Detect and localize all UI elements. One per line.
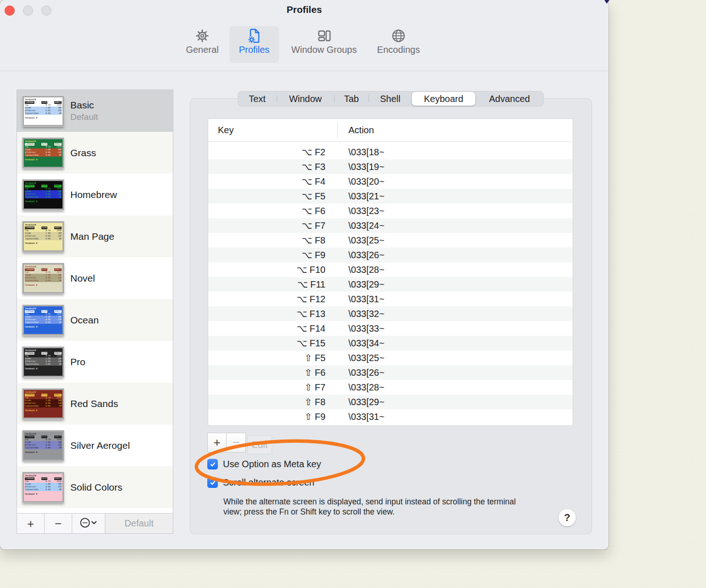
profile-thumbnail: Terminal#COMMAND%CPURPRVTtop4.1%231KXcod… bbox=[23, 138, 64, 168]
help-button[interactable]: ? bbox=[558, 509, 576, 526]
key-mapping-row[interactable]: ⌥ F3\033[19~ bbox=[208, 159, 573, 174]
key-mapping-row[interactable]: ⌥ F6\033[23~ bbox=[208, 204, 573, 218]
table-header[interactable]: Key Action bbox=[208, 119, 573, 142]
action-cell: \033[29~ bbox=[325, 397, 384, 407]
toolbar-item-window-groups[interactable]: Window Groups bbox=[285, 26, 364, 63]
edit-key-button[interactable]: Edit bbox=[247, 435, 272, 454]
key-mapping-row[interactable]: ⇧ F6\033[26~ bbox=[208, 365, 573, 380]
window-title: Profiles bbox=[0, 4, 609, 15]
scroll-alternate-screen-checkbox-row[interactable]: Scroll alternate screen bbox=[207, 477, 314, 488]
key-mapping-row[interactable]: ⇧ F7\033[28~ bbox=[208, 380, 573, 395]
key-cell: ⌥ F15 bbox=[208, 338, 325, 349]
profile-name: Basic bbox=[70, 100, 98, 111]
profile-thumbnail: Terminal#COMMAND%CPURPRVTtop4.1%231KXcod… bbox=[23, 96, 64, 126]
key-mapping-row[interactable]: ⌥ F12\033[31~ bbox=[208, 292, 573, 306]
column-header-key[interactable]: Key bbox=[218, 125, 233, 136]
profile-thumbnail: Terminal#COMMAND%CPURPRVTtop4.1%231KXcod… bbox=[23, 221, 64, 252]
checkbox-checked-icon[interactable] bbox=[207, 477, 218, 488]
profile-sidebar: Terminal#COMMAND%CPURPRVTtop4.1%231KXcod… bbox=[17, 90, 173, 534]
key-mapping-row[interactable]: ⌥ F5\033[21~ bbox=[208, 189, 573, 204]
key-mapping-row[interactable]: ⌥ F13\033[32~ bbox=[208, 306, 573, 321]
key-mapping-row[interactable]: ⌥ F11\033[29~ bbox=[208, 277, 573, 292]
profile-name: Silver Aerogel bbox=[70, 440, 130, 451]
key-cell: ⌥ F14 bbox=[208, 323, 325, 334]
toolbar-item-general[interactable]: General bbox=[178, 26, 226, 63]
profile-row-man-page[interactable]: Terminal#COMMAND%CPURPRVTtop4.1%231KXcod… bbox=[17, 215, 173, 257]
action-cell: \033[31~ bbox=[325, 294, 384, 305]
key-mapping-row[interactable]: ⇧ F5\033[25~ bbox=[208, 351, 573, 365]
tab-text[interactable]: Text bbox=[238, 91, 277, 107]
checkbox-checked-icon[interactable] bbox=[207, 459, 218, 469]
tab-advanced[interactable]: Advanced bbox=[475, 91, 544, 107]
key-mapping-row[interactable]: ⌥ F2\033[18~ bbox=[208, 145, 573, 159]
profile-row-pro[interactable]: Terminal#COMMAND%CPURPRVTtop4.1%231KXcod… bbox=[17, 341, 173, 383]
mouse-cursor-icon bbox=[604, 0, 610, 4]
profile-row-solid-colors[interactable]: Terminal#COMMAND%CPURPRVTtop4.1%231KXcod… bbox=[17, 466, 173, 508]
sidebar-footer: + − Default bbox=[17, 513, 173, 533]
key-cell: ⌥ F12 bbox=[208, 294, 325, 305]
action-cell: \033[20~ bbox=[325, 176, 384, 187]
action-cell: \033[34~ bbox=[325, 338, 384, 349]
tab-keyboard[interactable]: Keyboard bbox=[412, 92, 475, 106]
key-cell: ⇧ F5 bbox=[208, 352, 325, 363]
desktop-background: Profiles General bbox=[0, 0, 706, 588]
profile-name: Solid Colors bbox=[70, 482, 122, 493]
title-bar: Profiles General bbox=[0, 0, 609, 71]
profile-name: Homebrew bbox=[70, 189, 117, 200]
profile-thumbnail: Terminal#COMMAND%CPURPRVTtop4.1%231KXcod… bbox=[23, 263, 64, 294]
profile-name: Novel bbox=[70, 273, 95, 284]
key-mapping-row[interactable]: ⇧ F8\033[29~ bbox=[208, 395, 573, 409]
window-groups-icon bbox=[316, 26, 332, 45]
set-default-button[interactable]: Default bbox=[105, 514, 173, 533]
key-mapping-row[interactable]: ⌥ F8\033[25~ bbox=[208, 233, 573, 248]
remove-key-button[interactable]: − bbox=[227, 433, 246, 452]
profile-row-silver-aerogel[interactable]: Terminal#COMMAND%CPURPRVTtop4.1%231KXcod… bbox=[17, 424, 173, 466]
key-mapping-row[interactable]: ⌥ F7\033[24~ bbox=[208, 218, 573, 233]
tab-tab[interactable]: Tab bbox=[334, 91, 369, 107]
action-cell: \033[23~ bbox=[325, 206, 384, 216]
globe-icon bbox=[391, 26, 406, 45]
action-cell: \033[19~ bbox=[325, 162, 384, 172]
tab-shell[interactable]: Shell bbox=[369, 91, 412, 107]
tab-window[interactable]: Window bbox=[277, 91, 334, 107]
profile-actions-menu-button[interactable] bbox=[72, 514, 105, 533]
key-cell: ⇧ F9 bbox=[208, 411, 325, 422]
profile-row-basic[interactable]: Terminal#COMMAND%CPURPRVTtop4.1%231KXcod… bbox=[17, 90, 173, 132]
key-mapping-row[interactable]: ⌥ F4\033[20~ bbox=[208, 174, 573, 189]
profile-thumbnail: Terminal#COMMAND%CPURPRVTtop4.1%231KXcod… bbox=[23, 389, 64, 419]
table-body: ⌥ F2\033[18~⌥ F3\033[19~⌥ F4\033[20~⌥ F5… bbox=[208, 142, 573, 424]
profile-name: Red Sands bbox=[70, 398, 118, 409]
action-cell: \033[24~ bbox=[325, 220, 384, 231]
add-key-button[interactable]: + bbox=[207, 433, 227, 452]
profile-row-red-sands[interactable]: Terminal#COMMAND%CPURPRVTtop4.1%231KXcod… bbox=[17, 383, 173, 424]
profile-list: Terminal#COMMAND%CPURPRVTtop4.1%231KXcod… bbox=[17, 90, 173, 513]
remove-profile-button[interactable]: − bbox=[45, 514, 72, 533]
add-profile-button[interactable]: + bbox=[17, 514, 45, 533]
key-cell: ⌥ F6 bbox=[208, 205, 325, 216]
column-header-action[interactable]: Action bbox=[348, 125, 374, 136]
column-divider[interactable] bbox=[337, 123, 338, 138]
key-mapping-row[interactable]: ⌥ F15\033[34~ bbox=[208, 336, 573, 351]
action-cell: \033[25~ bbox=[325, 353, 384, 363]
key-mapping-row[interactable]: ⌥ F9\033[26~ bbox=[208, 248, 573, 262]
key-mapping-table: Key Action ⌥ F2\033[18~⌥ F3\033[19~⌥ F4\… bbox=[208, 119, 573, 425]
alternate-screen-help-text: While the alternate screen is displayed,… bbox=[223, 497, 527, 517]
action-cell: \033[32~ bbox=[325, 309, 384, 319]
key-cell: ⇧ F8 bbox=[208, 396, 325, 407]
use-option-as-meta-label: Use Option as Meta key bbox=[223, 459, 321, 469]
profile-row-grass[interactable]: Terminal#COMMAND%CPURPRVTtop4.1%231KXcod… bbox=[17, 132, 173, 174]
profile-name: Man Page bbox=[70, 231, 114, 242]
toolbar-item-encodings[interactable]: Encodings bbox=[366, 26, 431, 63]
key-cell: ⇧ F7 bbox=[208, 382, 325, 393]
use-option-as-meta-checkbox-row[interactable]: Use Option as Meta key bbox=[207, 459, 321, 469]
profile-row-ocean[interactable]: Terminal#COMMAND%CPURPRVTtop4.1%231KXcod… bbox=[17, 299, 173, 341]
profile-thumbnail: Terminal#COMMAND%CPURPRVTtop4.1%231KXcod… bbox=[23, 347, 64, 377]
key-mapping-row[interactable]: ⌥ F10\033[28~ bbox=[208, 262, 573, 277]
toolbar-item-profiles[interactable]: Profiles bbox=[229, 26, 279, 63]
key-mapping-row[interactable]: ⌥ F14\033[33~ bbox=[208, 321, 573, 336]
key-mapping-row[interactable]: ⇧ F9\033[31~ bbox=[208, 409, 573, 424]
key-cell: ⌥ F11 bbox=[208, 279, 325, 290]
profile-row-homebrew[interactable]: Terminal#COMMAND%CPURPRVTtop4.1%231KXcod… bbox=[17, 174, 173, 215]
profile-row-novel[interactable]: Terminal#COMMAND%CPURPRVTtop4.1%231KXcod… bbox=[17, 257, 173, 299]
action-cell: \033[21~ bbox=[325, 191, 384, 202]
